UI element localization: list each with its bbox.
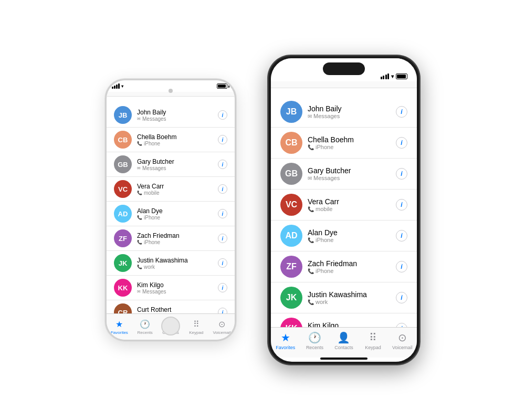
tab-bar-new: ★Favorites🕐Recents👤Contacts⠿Keypad⊙Voice… <box>271 327 417 358</box>
battery-old <box>216 83 229 89</box>
info-button[interactable]: i <box>218 308 227 313</box>
keypad-tab-icon: ⠿ <box>369 331 377 344</box>
contact-item[interactable]: GBGary Butcher✉Messagesi <box>107 152 235 177</box>
contact-list-new: JBJohn Baily✉MessagesiCBChella Boehm📞iPh… <box>271 97 417 327</box>
contact-info: John Baily✉Messages <box>137 109 213 122</box>
contact-name: Zach Friedman <box>308 259 391 268</box>
contact-item[interactable]: ZFZach Friedman📞iPhonei <box>271 251 417 282</box>
contact-item[interactable]: JBJohn Baily✉Messagesi <box>107 103 235 128</box>
contact-item[interactable]: JKJustin Kawashima📞worki <box>107 251 235 276</box>
contacts-tab-label: Contacts <box>334 345 353 350</box>
info-button[interactable]: i <box>396 261 407 272</box>
info-button[interactable]: i <box>396 292 407 303</box>
contact-item[interactable]: KKKim Kilgo✉Messagesi <box>271 313 417 327</box>
info-button[interactable]: i <box>396 168 407 180</box>
info-button[interactable]: i <box>396 323 407 327</box>
contact-name: Vera Carr <box>137 183 213 190</box>
sb1 <box>381 77 382 79</box>
contact-avatar: JK <box>280 287 302 309</box>
battery-tip-old <box>228 85 229 88</box>
tab-item-contacts[interactable]: 👤Contacts <box>329 331 359 350</box>
tab-item-voicemail[interactable]: ⊙Voicemail <box>387 331 417 350</box>
contact-sub-text: Messages <box>142 165 166 171</box>
contact-avatar: ZF <box>280 256 302 278</box>
info-button[interactable]: i <box>396 106 407 118</box>
tab-item-keypad[interactable]: ⠿Keypad <box>183 319 209 335</box>
contact-name: Zach Friedman <box>137 232 213 239</box>
contact-item[interactable]: ADAlan Dye📞iPhonei <box>271 220 417 251</box>
contact-sub-text: work <box>316 299 328 305</box>
contact-item[interactable]: JBJohn Baily✉Messagesi <box>271 97 417 128</box>
info-button[interactable]: i <box>396 137 407 149</box>
tab-item-favorites[interactable]: ★Favorites <box>107 319 132 335</box>
contact-name: Alan Dye <box>137 207 213 215</box>
contact-sub-text: work <box>144 264 155 270</box>
sb2 <box>383 76 384 79</box>
sb3 <box>385 75 387 79</box>
battery-new <box>396 74 407 79</box>
tab-item-recents[interactable]: 🕐Recents <box>132 319 158 335</box>
contact-name: Kim Kilgo <box>137 281 213 289</box>
recents-tab-label: Recents <box>138 330 153 335</box>
contact-sub-text: iPhone <box>144 215 160 220</box>
info-button[interactable]: i <box>396 230 407 242</box>
sub-type-icon: 📞 <box>137 265 142 269</box>
contact-avatar: GB <box>114 155 132 173</box>
tab-item-favorites[interactable]: ★Favorites <box>271 331 300 350</box>
contact-item[interactable]: KKKim Kilgo✉Messagesi <box>107 276 235 300</box>
contact-item[interactable]: VCVera Carr📞mobilei <box>271 190 417 220</box>
contact-sub-text: mobile <box>316 206 332 212</box>
contact-sub-text: Messages <box>313 175 340 181</box>
nav-bar-new <box>271 81 417 88</box>
contact-avatar: AD <box>280 225 302 247</box>
contact-sub: ✉Messages <box>308 113 391 119</box>
contact-avatar: ZF <box>114 229 132 247</box>
tab-item-recents[interactable]: 🕐Recents <box>300 331 330 350</box>
info-button[interactable]: i <box>218 110 227 120</box>
contact-name: John Baily <box>308 104 391 113</box>
sub-type-icon: ✉ <box>137 166 141 171</box>
contact-sub-text: Messages <box>313 113 340 119</box>
info-button[interactable]: i <box>396 199 407 211</box>
sub-type-icon: 📞 <box>137 141 142 146</box>
sub-type-icon: ✉ <box>308 175 312 181</box>
contact-sub-text: Messages <box>142 289 166 295</box>
contact-avatar: JB <box>114 106 132 124</box>
contact-name: Kim Kilgo <box>308 321 391 327</box>
contact-item[interactable]: ADAlan Dye📞iPhonei <box>107 202 235 226</box>
info-button[interactable]: i <box>218 258 227 268</box>
home-button-old[interactable] <box>161 317 180 335</box>
front-camera-old <box>169 89 173 93</box>
tab-item-keypad[interactable]: ⠿Keypad <box>359 331 388 350</box>
voicemail-tab-icon: ⊙ <box>218 319 225 329</box>
contact-item[interactable]: GBGary Butcher✉Messagesi <box>271 159 417 190</box>
recents-tab-icon: 🕐 <box>308 331 321 344</box>
contact-item[interactable]: VCVera Carr📞mobilei <box>107 177 235 202</box>
sub-type-icon: 📞 <box>308 299 314 305</box>
info-button[interactable]: i <box>218 283 227 292</box>
contact-sub: ✉Messages <box>137 116 213 122</box>
info-button[interactable]: i <box>218 135 227 144</box>
info-button[interactable]: i <box>218 234 227 243</box>
contact-item[interactable]: JKJustin Kawashima📞worki <box>271 282 417 313</box>
info-button[interactable]: i <box>218 184 227 194</box>
wifi-new: ▾ <box>391 74 394 79</box>
contact-item[interactable]: CBChella Boehm📞iPhonei <box>271 128 417 159</box>
battery-icon-old <box>217 83 227 89</box>
sub-type-icon: ✉ <box>137 117 141 121</box>
contact-item[interactable]: CBChella Boehm📞iPhonei <box>107 128 235 152</box>
contact-info: John Baily✉Messages <box>308 104 391 119</box>
contact-item[interactable]: ZFZach Friedman📞iPhonei <box>107 226 235 251</box>
contact-info: Gary Butcher✉Messages <box>308 166 391 181</box>
contact-sub-text: iPhone <box>144 141 160 146</box>
contact-info: Alan Dye📞iPhone <box>137 207 213 220</box>
contact-sub: 📞iPhone <box>137 239 213 245</box>
contact-info: Gary Butcher✉Messages <box>137 158 213 171</box>
info-button[interactable]: i <box>218 209 227 218</box>
tab-item-voicemail[interactable]: ⊙Voicemail <box>209 319 235 335</box>
contact-item[interactable]: CRCurt Rothert📞iPhonei <box>107 300 235 313</box>
contact-name: Chella Boehm <box>308 135 391 144</box>
info-button[interactable]: i <box>218 160 227 169</box>
sub-type-icon: 📞 <box>137 191 142 195</box>
contact-avatar: JK <box>114 254 132 272</box>
